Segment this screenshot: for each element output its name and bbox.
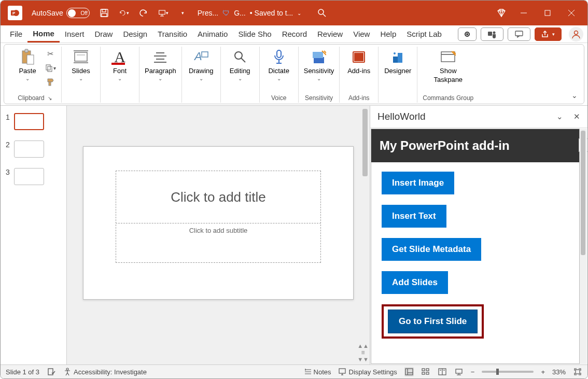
cut-icon[interactable]: ✂ (45, 48, 56, 60)
tab-insert[interactable]: Insert (60, 25, 90, 43)
qat-dropdown-icon[interactable]: ▾ (178, 8, 188, 18)
svg-rect-47 (393, 57, 398, 63)
prev-slide-icon[interactable]: ▲▲ (357, 343, 369, 349)
tab-draw[interactable]: Draw (89, 25, 118, 43)
share-button[interactable]: ▾ (535, 27, 562, 41)
slide-counter[interactable]: Slide 1 of 3 (6, 368, 39, 376)
minimize-button[interactable] (512, 1, 536, 25)
display-settings-button[interactable]: Display Settings (339, 368, 397, 376)
present-icon[interactable]: ▾ (158, 8, 169, 18)
svg-point-9 (318, 9, 324, 15)
highlighted-action: Go to First Slide (382, 304, 484, 339)
svg-rect-57 (339, 369, 345, 373)
voice-group-label: Voice (271, 93, 286, 103)
copy-icon[interactable]: ▾ (45, 62, 56, 74)
thumbnail-3[interactable]: 3 (6, 168, 61, 185)
slide[interactable]: Click to add title Click to add subtitle (83, 146, 354, 300)
save-icon[interactable] (99, 8, 109, 18)
document-name[interactable]: Pres... (198, 9, 218, 17)
tab-slideshow[interactable]: Slide Sho (233, 25, 276, 43)
svg-rect-74 (576, 370, 580, 374)
spellcheck-icon[interactable] (47, 367, 56, 376)
comments-button[interactable] (508, 27, 530, 41)
tab-transitions[interactable]: Transitio (152, 25, 192, 43)
next-slide-icon[interactable]: ▼▼ (357, 356, 369, 362)
show-taskpane-button[interactable]: Show Taskpane (433, 48, 463, 83)
addins-group-label: Add-ins (348, 93, 370, 103)
designer-button[interactable]: Designer (384, 48, 412, 75)
undo-icon[interactable]: ▾ (119, 8, 129, 18)
redo-icon[interactable] (138, 8, 149, 18)
sensitivity-button[interactable]: Sensitivity⌄ (304, 48, 334, 81)
search-icon[interactable] (317, 8, 327, 18)
title-placeholder[interactable]: Click to add title (116, 171, 321, 223)
font-button[interactable]: A Font⌄ (106, 48, 134, 81)
add-slides-button[interactable]: Add Slides (382, 271, 448, 294)
paragraph-button[interactable]: Paragraph⌄ (145, 48, 176, 81)
tab-scriptlab[interactable]: Script Lab (401, 25, 447, 43)
taskpane-scrollbar[interactable] (580, 129, 587, 364)
svg-line-10 (323, 14, 326, 17)
teams-button[interactable] (481, 27, 503, 41)
saved-dropdown-icon[interactable]: ⌄ (297, 10, 301, 16)
taskpane: HelloWorld ⌄ ✕ My PowerPoint add-in ‹ In… (370, 106, 587, 364)
tab-design[interactable]: Design (118, 25, 152, 43)
tab-record[interactable]: Record (277, 25, 312, 43)
zoom-in-icon[interactable]: + (541, 368, 545, 376)
accessibility-status[interactable]: Accessibility: Investigate (63, 368, 147, 376)
svg-point-53 (66, 368, 68, 370)
clipboard-launcher-icon[interactable]: ↘ (48, 95, 52, 101)
zoom-slider[interactable] (482, 371, 534, 373)
svg-rect-12 (545, 10, 550, 16)
zoom-level[interactable]: 33% (552, 368, 566, 376)
slideshow-view-icon[interactable] (454, 367, 464, 376)
autosave-toggle[interactable]: AutoSave Off (32, 8, 90, 18)
dictate-button[interactable]: Dictate⌄ (265, 48, 293, 81)
editing-button[interactable]: Editing⌄ (226, 48, 254, 81)
tab-help[interactable]: Help (375, 25, 401, 43)
svg-rect-60 (405, 369, 413, 375)
normal-view-icon[interactable] (404, 367, 414, 376)
ribbon-collapse-icon[interactable]: ⌄ (571, 91, 578, 100)
svg-rect-15 (488, 32, 492, 36)
tab-view[interactable]: View (348, 25, 375, 43)
svg-rect-66 (426, 372, 429, 374)
recording-button[interactable] (458, 27, 477, 41)
fit-window-icon[interactable] (573, 367, 582, 376)
tab-review[interactable]: Review (312, 25, 348, 43)
get-metadata-button[interactable]: Get Slide Metadata (382, 238, 481, 261)
maximize-button[interactable] (536, 1, 559, 25)
sorter-view-icon[interactable] (421, 367, 430, 376)
tab-animations[interactable]: Animatio (192, 25, 233, 43)
addins-button[interactable]: Add-ins (345, 48, 373, 75)
thumbnail-2[interactable]: 2 (6, 141, 61, 158)
subtitle-placeholder[interactable]: Click to add subtitle (116, 224, 321, 263)
svg-point-18 (575, 31, 578, 34)
insert-text-button[interactable]: Insert Text (382, 205, 446, 228)
paste-button[interactable]: Paste ⌄ (13, 48, 41, 81)
user-avatar[interactable] (569, 27, 583, 41)
drawing-button[interactable]: A Drawing⌄ (187, 48, 215, 81)
svg-line-36 (241, 58, 245, 62)
zoom-out-icon[interactable]: − (471, 368, 475, 376)
insert-image-button[interactable]: Insert Image (382, 172, 454, 194)
reading-view-icon[interactable] (438, 367, 447, 376)
svg-rect-50 (441, 52, 455, 62)
taskpane-close-icon[interactable]: ✕ (573, 112, 580, 121)
svg-point-35 (235, 52, 242, 59)
tab-file[interactable]: File (5, 25, 27, 43)
format-painter-icon[interactable] (45, 76, 56, 88)
notes-button[interactable]: Notes (304, 368, 331, 376)
canvas-scrollbar[interactable]: ▲▲ ≡ ▼▼ (361, 106, 370, 364)
thumbnail-1[interactable]: 1 (6, 113, 61, 130)
svg-rect-5 (102, 13, 107, 17)
tab-home[interactable]: Home (27, 25, 60, 43)
svg-rect-48 (398, 53, 402, 63)
premium-icon[interactable] (496, 8, 507, 18)
slides-button[interactable]: Slides⌄ (67, 48, 95, 81)
close-button[interactable] (559, 1, 583, 25)
svg-text:A: A (193, 50, 202, 63)
ribbon-tabs: File Home Insert Draw Design Transitio A… (1, 25, 587, 43)
go-first-slide-button[interactable]: Go to First Slide (388, 310, 478, 333)
taskpane-dropdown-icon[interactable]: ⌄ (556, 112, 563, 121)
